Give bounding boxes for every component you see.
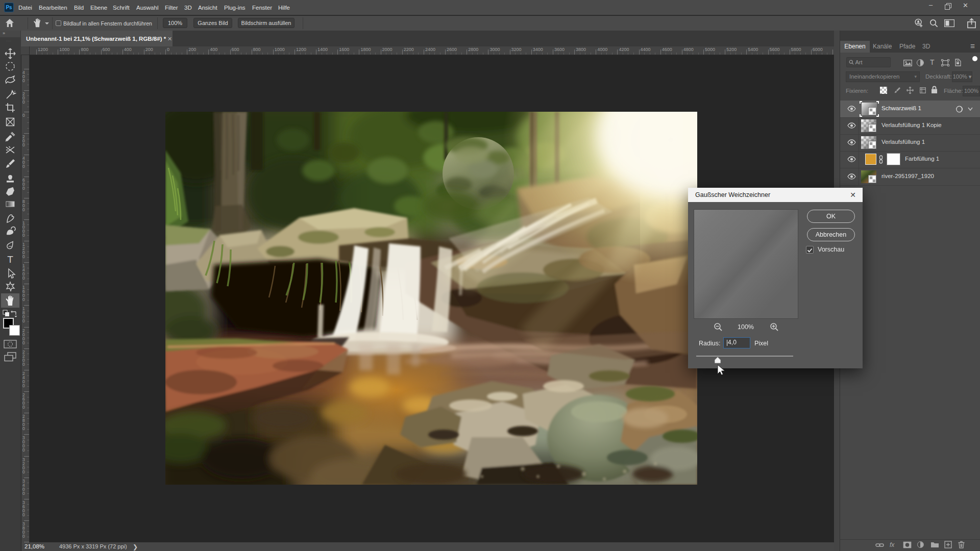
svg-text:T: T xyxy=(7,254,13,265)
